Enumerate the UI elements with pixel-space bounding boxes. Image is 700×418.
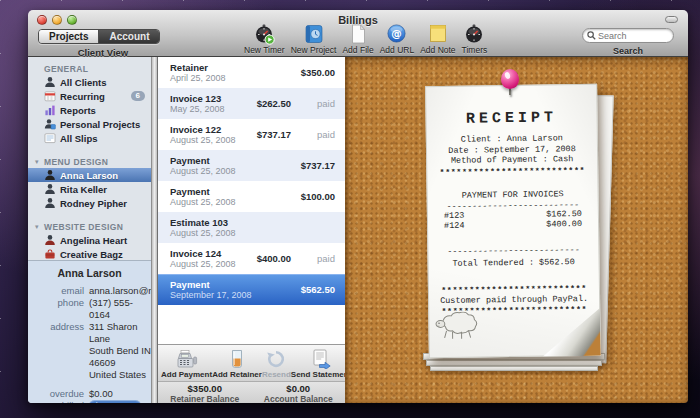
new-timer-button[interactable]: New Timer	[244, 23, 285, 55]
tool-label: New Project	[291, 45, 337, 55]
receipt-stack-sheet	[430, 366, 598, 371]
person-icon	[44, 234, 56, 246]
add-payment-button[interactable]: Add Payment	[161, 349, 212, 379]
stat-unbilled: unbilled $7,638.47	[28, 400, 151, 403]
file-icon	[348, 23, 368, 44]
list-item-selected[interactable]: PaymentSeptember 17, 2008 $562.50	[158, 274, 345, 305]
new-project-button[interactable]: New Project	[291, 23, 337, 55]
list-item[interactable]: PaymentAugust 25, 2008 $737.17	[158, 150, 345, 181]
search-area: Search	[582, 28, 674, 56]
invoice-list: RetainerApril 25, 2008 $350.00 Invoice 1…	[158, 57, 345, 403]
view-switcher: Projects Account	[38, 29, 160, 44]
list-item[interactable]: PaymentAugust 25, 2008 $100.00	[158, 181, 345, 212]
client-email-row: email anna.larson@me.com	[28, 285, 151, 297]
item-date: August 25, 2008	[170, 259, 257, 270]
toolbar-toggle-button[interactable]	[665, 16, 678, 23]
item-amount: $737.17	[257, 129, 291, 140]
balances-bar: $350.00 Retainer Balance $0.00 Account B…	[158, 381, 345, 403]
account-balance: $0.00 Account Balance	[252, 382, 346, 403]
list-item[interactable]: Invoice 122August 25, 2008 $737.17 paid	[158, 119, 345, 150]
list-item[interactable]: Invoice 123May 25, 2008 $262.50 paid	[158, 88, 345, 119]
bag-icon	[44, 248, 56, 260]
sidebar-item-rodney-pipher[interactable]: Rodney Pipher	[28, 196, 151, 210]
item-title: Invoice 122	[170, 124, 257, 135]
resend-button[interactable]: Resend	[262, 349, 291, 379]
item-title: Payment	[170, 155, 301, 166]
search-input[interactable]	[598, 31, 669, 41]
list-item[interactable]: Estimate 103August 25, 2008	[158, 212, 345, 243]
sidebar-item-all-clients[interactable]: All Clients	[28, 75, 151, 89]
add-file-button[interactable]: Add File	[342, 23, 373, 55]
calendar-icon	[44, 90, 56, 102]
item-date: April 25, 2008	[170, 73, 301, 84]
receipt-separator: --------------------------	[428, 245, 598, 255]
sidebar-item-rita-keller[interactable]: Rita Keller	[28, 182, 151, 196]
tab-projects[interactable]: Projects	[39, 30, 99, 43]
receipt-footer-line: Customer paid through PayPal.	[429, 293, 599, 306]
receipt-separator: **************************	[427, 166, 597, 177]
client-phone: (317) 555-0164	[89, 297, 151, 321]
add-url-button[interactable]: @ Add URL	[380, 23, 415, 55]
send-statement-button[interactable]: Send Statement	[291, 349, 351, 379]
add-note-button[interactable]: Add Note	[420, 23, 455, 55]
item-status: paid	[291, 253, 335, 264]
cork-board: RECEIPT Client : Anna Larson Date : Sept…	[345, 57, 688, 403]
item-amount: $100.00	[301, 191, 335, 202]
unbilled-badge: $7,638.47	[89, 400, 141, 403]
resend-arrow-icon	[266, 349, 286, 369]
push-pin	[499, 69, 521, 99]
add-retainer-button[interactable]: Add Retainer	[212, 349, 262, 379]
item-status: paid	[291, 129, 335, 140]
person-icon	[44, 76, 56, 88]
item-amount: $737.17	[301, 160, 335, 171]
tab-account[interactable]: Account	[99, 30, 159, 43]
section-header-menu-design[interactable]: ▾ MENU DESIGN	[28, 154, 151, 168]
item-date: August 25, 2008	[170, 228, 335, 239]
sidebar-item-personal-projects[interactable]: Personal Projects	[28, 117, 151, 131]
sidebar-item-creative-bagz[interactable]: Creative Bagz	[28, 247, 151, 261]
receipt: RECEIPT Client : Anna Larson Date : Sept…	[425, 84, 601, 358]
item-date: May 25, 2008	[170, 104, 257, 115]
slips-icon	[44, 132, 56, 144]
item-date: August 25, 2008	[170, 197, 301, 208]
list-item[interactable]: RetainerApril 25, 2008 $350.00	[158, 57, 345, 88]
svg-text:@: @	[392, 27, 403, 39]
disclosure-triangle-icon[interactable]: ▾	[35, 223, 42, 231]
client-address-row: address 311 Sharon Lane South Bend IN 46…	[28, 321, 151, 381]
section-header-general: GENERAL	[28, 61, 151, 75]
sidebar-item-all-slips[interactable]: All Slips	[28, 131, 151, 145]
timers-button[interactable]: Timers	[462, 23, 488, 55]
list-actions-bar: Add Payment Add Retainer Resend	[158, 344, 345, 381]
search-label: Search	[582, 46, 674, 56]
person-icon	[44, 197, 56, 209]
section-header-website-design[interactable]: ▾ WEBSITE DESIGN	[28, 219, 151, 233]
tool-label: Add URL	[380, 45, 415, 55]
search-field[interactable]	[582, 28, 674, 43]
sidebar-item-angelina-heart[interactable]: Angelina Heart	[28, 233, 151, 247]
sidebar: GENERAL All Clients Recurring 6 Reports	[28, 57, 151, 403]
list-empty-area	[158, 305, 345, 344]
sidebar-item-reports[interactable]: Reports	[28, 103, 151, 117]
sidebar-item-anna-larson[interactable]: Anna Larson	[28, 168, 151, 182]
tool-label: Add File	[342, 45, 373, 55]
at-icon: @	[386, 23, 407, 44]
sidebar-item-recurring[interactable]: Recurring 6	[28, 89, 151, 103]
item-date: August 25, 2008	[170, 135, 257, 146]
window-chrome: Billings Projects Account Client View Ne…	[28, 10, 688, 57]
timer-play-icon	[253, 23, 275, 44]
retainer-balance: $350.00 Retainer Balance	[158, 382, 252, 403]
person-icon	[44, 183, 56, 195]
client-phone-row: phone (317) 555-0164	[28, 297, 151, 321]
list-item[interactable]: Invoice 124August 25, 2008 $400.00 paid	[158, 243, 345, 274]
source-list: GENERAL All Clients Recurring 6 Reports	[28, 57, 151, 260]
item-amount: $562.50	[301, 284, 335, 295]
tool-label: Timers	[462, 45, 488, 55]
tool-label: New Timer	[244, 45, 285, 55]
client-stats: overdue $0.00 unbilled $7,638.47 incompl…	[28, 388, 151, 403]
search-icon	[587, 31, 596, 40]
splitter[interactable]	[151, 57, 158, 403]
item-status: paid	[291, 98, 335, 109]
item-amount: $262.50	[257, 98, 291, 109]
client-name: Anna Larson	[28, 267, 151, 279]
disclosure-triangle-icon[interactable]: ▾	[35, 158, 42, 166]
